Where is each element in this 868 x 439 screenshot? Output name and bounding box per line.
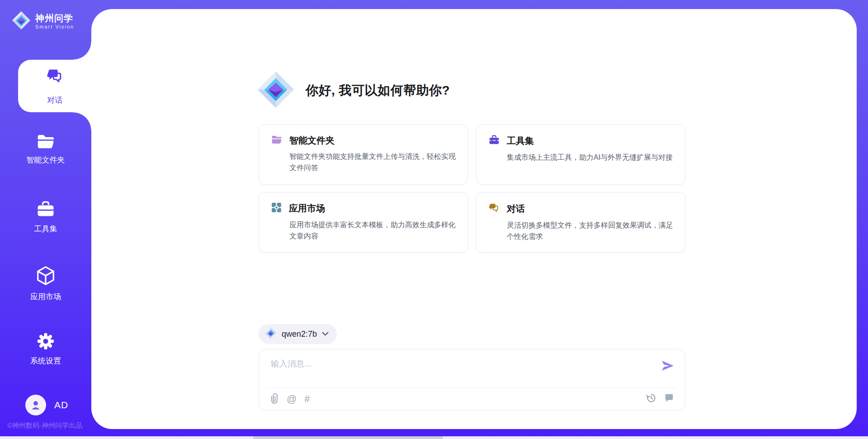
cube-icon [0,265,91,287]
sidebar-item-settings[interactable]: 系统设置 [0,331,91,366]
card-smart-folder[interactable]: 智能文件夹 智能文件夹功能支持批量文件上传与清洗，轻松实现文件问答 [259,124,468,185]
user-account[interactable]: AD [25,395,68,415]
card-description: 灵活切换多模型文件，支持多样回复效果调试，满足个性化需求 [507,220,673,243]
hash-icon[interactable]: # [304,394,310,404]
sidebar-item-smart-folder[interactable]: 智能文件夹 [0,132,91,165]
chat-icon [46,67,64,86]
send-icon[interactable] [660,360,674,373]
sidebar-item-label: 应用市场 [0,291,91,302]
sidebar-item-toolset[interactable]: 工具集 [0,199,91,234]
card-title: 工具集 [507,135,534,147]
user-name: AD [54,400,68,410]
model-name: qwen2:7b [282,329,317,339]
sidebar-curve-bottom [73,112,91,130]
composer-toolbar: @ # [259,388,685,410]
history-icon[interactable] [646,393,656,405]
sidebar-item-app-market[interactable]: 应用市场 [0,265,91,302]
message-input[interactable]: 输入消息... [271,358,649,369]
sidebar-item-label: 对话 [47,95,62,105]
toolbox-icon [0,199,91,219]
folder-icon [271,134,283,147]
copyright-text: ©神州数码·神州问学出品 [7,421,82,430]
gear-icon [0,331,91,351]
app-title: 神州问学 [35,13,73,23]
app-window: 神州问学 Smart Vision 对话 智能文件夹 [0,0,868,439]
card-title: 智能文件夹 [289,134,335,147]
scrollbar-thumb[interactable] [253,436,443,439]
main-panel: 你好, 我可以如何帮助你? 智能文件夹 智能文件夹功能支持批量文件上传与清洗，轻… [91,9,857,429]
sidebar-curve-top [73,42,91,60]
brand-diamond-icon [12,11,31,32]
folder-icon [0,132,91,150]
model-selector[interactable]: qwen2:7b [259,324,337,344]
chevron-down-icon [322,330,329,338]
card-chat[interactable]: 对话 灵活切换多模型文件，支持多样回复效果调试，满足个性化需求 [476,192,685,253]
message-composer: 输入消息... @ # [259,349,685,410]
card-description: 智能文件夹功能支持批量文件上传与清洗，轻松实现文件问答 [289,151,456,174]
greeting: 你好, 我可以如何帮助你? [257,71,450,110]
chat-bubble-icon[interactable] [664,393,674,405]
brand-diamond-icon [257,71,295,110]
card-app-market[interactable]: 应用市场 应用市场提供丰富长文本模板，助力高效生成多样化文章内容 [259,192,468,253]
horizontal-scrollbar [0,436,868,439]
card-description: 集成市场上主流工具，助力AI与外界无缝扩展与对接 [507,152,673,163]
sidebar-item-label: 智能文件夹 [0,155,91,165]
card-title: 对话 [507,203,525,215]
card-description: 应用市场提供丰富长文本模板，助力高效生成多样化文章内容 [289,220,456,242]
paperclip-icon[interactable] [270,393,279,406]
avatar [25,395,46,415]
apps-grid-icon [271,202,282,215]
chat-icon [488,202,500,215]
app-logo: 神州问学 Smart Vision [12,11,74,32]
sidebar-item-label: 系统设置 [0,356,91,366]
feature-cards: 智能文件夹 智能文件夹功能支持批量文件上传与清洗，轻松实现文件问答 [259,124,685,253]
toolbox-icon [488,134,500,148]
brand-diamond-icon [265,327,277,341]
greeting-text: 你好, 我可以如何帮助你? [306,82,450,99]
sidebar: 神州问学 Smart Vision 对话 智能文件夹 [0,0,91,439]
sidebar-item-label: 工具集 [0,224,91,234]
card-toolset[interactable]: 工具集 集成市场上主流工具，助力AI与外界无缝扩展与对接 [476,124,685,185]
sidebar-item-chat[interactable]: 对话 [18,60,91,112]
at-sign-icon[interactable]: @ [287,394,297,404]
app-subtitle: Smart Vision [35,24,74,29]
card-title: 应用市场 [289,202,325,215]
